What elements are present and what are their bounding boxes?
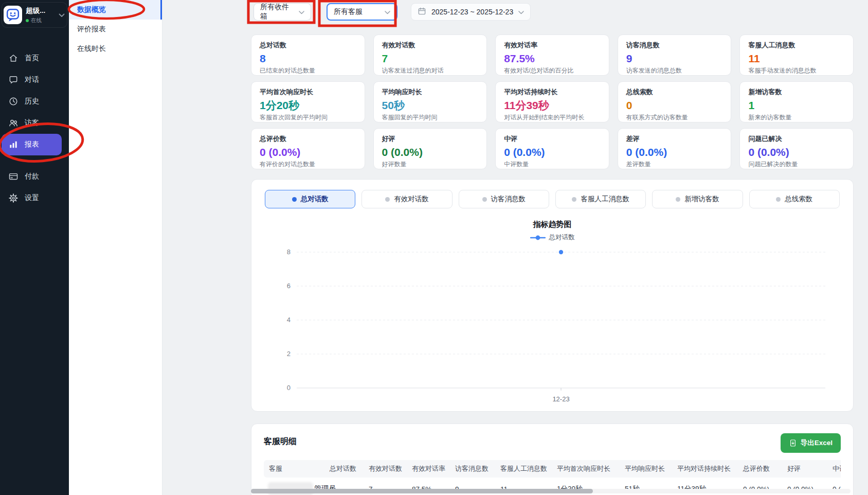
sidebar-item-conversations[interactable]: 对话 (0, 69, 69, 91)
chart-tab-new-visitors[interactable]: 新增访客数 (652, 190, 743, 208)
app-logo-icon (4, 6, 22, 24)
col-total-conversations: 总对话数 (326, 460, 365, 478)
filter-bar: 所有收件箱 所有客服 2025-12-23 ~ 2025-12-23 (251, 2, 854, 22)
date-range-picker[interactable]: 2025-12-23 ~ 2025-12-23 (411, 3, 531, 21)
calendar-icon (418, 7, 426, 17)
card-value: 11分39秒 (504, 99, 601, 112)
card-value: 1分20秒 (260, 99, 356, 112)
subsidebar-item-rating-report[interactable]: 评价报表 (69, 20, 162, 39)
card-desc: 对话从开始到结束的平均时长 (504, 113, 601, 122)
agent-filter-dropdown[interactable]: 所有客服 (327, 3, 397, 21)
card-title: 有效对话率 (504, 41, 601, 50)
chat-bubble-icon (8, 75, 19, 85)
workspace-switcher[interactable]: 超级... 在线 (2, 2, 67, 28)
card-value: 0 (0.0%) (626, 146, 723, 158)
metric-card-new-visitors: 新增访客数 1 新来的访客数量 (739, 81, 854, 122)
chevron-down-icon (518, 8, 524, 16)
chart-tab-label: 总线索数 (785, 195, 812, 204)
svg-text:6: 6 (287, 282, 291, 290)
chart-tab-total-conversations[interactable]: 总对话数 (265, 190, 355, 208)
sidebar-item-payments[interactable]: 付款 (0, 166, 69, 187)
tab-dot-icon (292, 197, 297, 202)
tab-dot-icon (676, 197, 680, 202)
inbox-filter-value: 所有收件箱 (260, 3, 294, 21)
chart-tab-total-leads[interactable]: 总线索数 (749, 190, 840, 208)
col-agent-messages: 客服人工消息数 (496, 460, 553, 478)
metric-card-avg-response-time: 平均响应时长 50秒 客服回复的平均时间 (373, 81, 487, 122)
gear-icon (8, 193, 19, 203)
home-icon (8, 53, 19, 63)
col-first-response-time: 平均首次响应时长 (553, 460, 621, 478)
trend-chart: 0246812-23 (265, 245, 840, 409)
date-range-value: 2025-12-23 ~ 2025-12-23 (431, 8, 513, 16)
chart-tab-agent-messages[interactable]: 客服人工消息数 (555, 190, 646, 208)
card-value: 0 (0.0%) (748, 146, 845, 158)
chart-tab-label: 总对话数 (301, 195, 329, 204)
card-value: 0 (626, 99, 723, 112)
horizontal-scrollbar-track[interactable] (251, 489, 851, 493)
card-desc: 客服手动发送的消息总数 (748, 66, 845, 75)
card-value: 11 (748, 52, 845, 65)
card-value: 0 (0.0%) (260, 146, 356, 158)
sidebar-item-visitors[interactable]: 访客 (0, 112, 69, 134)
card-title: 好评 (382, 134, 479, 144)
sidebar-item-home[interactable]: 首页 (0, 47, 69, 69)
metric-card-neutral-ratings: 中评 0 (0.0%) 中评数量 (495, 128, 609, 169)
workspace-meta: 超级... 在线 (26, 6, 45, 24)
sidebar-item-label: 报表 (25, 140, 39, 149)
chart-title: 指标趋势图 (265, 220, 840, 229)
col-positive: 好评 (783, 460, 828, 478)
sidebar-item-reports[interactable]: 报表 (2, 134, 62, 155)
export-excel-button[interactable]: 导出Excel (781, 433, 841, 453)
report-bars-icon (8, 139, 19, 150)
subsidebar-item-online-duration[interactable]: 在线时长 (69, 39, 162, 59)
payment-card-icon (8, 171, 19, 182)
clock-icon (8, 96, 19, 107)
col-agent: 客服 (264, 460, 326, 478)
card-title: 差评 (626, 134, 723, 144)
metric-card-total-ratings: 总评价数 0 (0.0%) 有评价的对话总数量 (251, 128, 365, 169)
horizontal-scrollbar-thumb[interactable] (251, 489, 593, 493)
card-desc: 好评数量 (382, 160, 479, 169)
metric-card-positive-ratings: 好评 0 (0.0%) 好评数量 (373, 128, 487, 169)
chart-tab-visitor-messages[interactable]: 访客消息数 (459, 190, 549, 208)
card-value: 50秒 (382, 99, 479, 112)
inbox-filter-dropdown[interactable]: 所有收件箱 (254, 3, 311, 21)
agent-detail-panel: 客服明细 导出Excel (251, 423, 854, 495)
metric-card-valid-rate: 有效对话率 87.5% 有效对话/总对话的百分比 (495, 34, 609, 76)
chevron-down-icon (385, 8, 390, 16)
card-desc: 有评价的对话总数量 (260, 160, 356, 169)
chart-tab-label: 有效对话数 (394, 195, 429, 204)
metric-card-total-leads: 总线索数 0 有联系方式的访客数量 (618, 81, 732, 122)
metric-card-avg-duration: 平均对话持续时长 11分39秒 对话从开始到结束的平均时长 (495, 81, 609, 122)
subsidebar-item-data-overview[interactable]: 数据概览 (69, 0, 162, 20)
col-visitor-messages: 访客消息数 (451, 460, 496, 478)
chart-metric-tabs: 总对话数 有效对话数 访客消息数 客服人工消息数 (265, 190, 840, 208)
tab-dot-icon (482, 197, 487, 202)
metric-card-resolved: 问题已解决 0 (0.0%) 问题已解决的数量 (739, 128, 854, 169)
sidebar-item-settings[interactable]: 设置 (0, 187, 69, 209)
card-value: 0 (0.0%) (504, 146, 601, 158)
metric-card-agent-messages: 客服人工消息数 11 客服手动发送的消息总数 (739, 34, 854, 76)
legend-line-marker-icon (530, 235, 546, 240)
card-value: 0 (0.0%) (382, 146, 479, 158)
primary-sidebar: 超级... 在线 首页 对话 (0, 0, 69, 495)
svg-text:2: 2 (287, 350, 291, 358)
app-window: 超级... 在线 首页 对话 (0, 0, 868, 495)
card-title: 平均首次响应时长 (260, 87, 356, 97)
sidebar-item-label: 访客 (25, 118, 39, 128)
metric-card-total-conversations: 总对话数 8 已结束的对话总数量 (251, 34, 365, 76)
table-title: 客服明细 (264, 433, 297, 447)
online-status-dot (26, 19, 29, 22)
tab-dot-icon (572, 197, 576, 202)
tab-dot-icon (776, 197, 781, 202)
card-desc: 差评数量 (626, 160, 723, 169)
tab-dot-icon (385, 197, 390, 202)
card-desc: 已结束的对话总数量 (260, 66, 356, 75)
chart-tab-valid-conversations[interactable]: 有效对话数 (361, 190, 452, 208)
card-value: 7 (382, 52, 479, 65)
table-header-row: 客服 总对话数 有效对话数 有效对话率 访客消息数 客服人工消息数 平均首次响应… (264, 460, 841, 478)
metric-card-visitor-messages: 访客消息数 9 访客发送的消息总数 (618, 34, 732, 76)
sidebar-item-history[interactable]: 历史 (0, 91, 69, 112)
svg-text:8: 8 (287, 248, 291, 256)
